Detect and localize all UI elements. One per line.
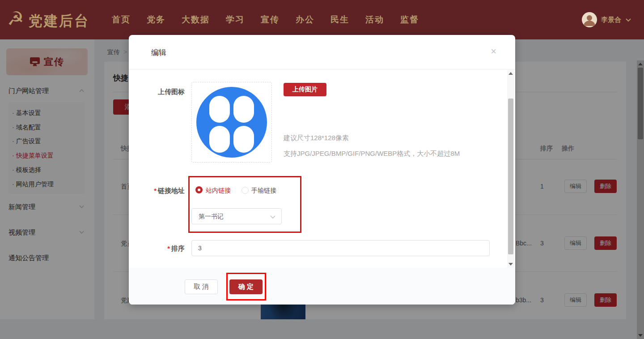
- topnav-item-big-data[interactable]: 大数据: [182, 14, 210, 26]
- cancel-button[interactable]: 取 消: [185, 279, 218, 294]
- required-mark: *: [154, 187, 157, 194]
- dialog-scrollbar-thumb[interactable]: [508, 99, 513, 254]
- upload-image-button[interactable]: 上传图片: [284, 83, 326, 96]
- scrollbar-down-icon[interactable]: [508, 263, 513, 266]
- confirm-button[interactable]: 确 定: [229, 279, 263, 294]
- icon-preview[interactable]: [191, 82, 272, 163]
- topnav-item-livelihood[interactable]: 民生: [330, 14, 349, 26]
- person-icon: [582, 12, 597, 27]
- topbar: ☭ 党建后台 首页 党务 大数据 学习 宣传 办公 民生 活动 监督 李景合: [0, 0, 644, 39]
- topnav-item-office[interactable]: 办公: [296, 14, 314, 26]
- dialog-header: 编辑 ×: [129, 35, 515, 69]
- upload-icon-label: 上传图标: [134, 88, 185, 96]
- user-menu[interactable]: 李景合: [582, 0, 631, 39]
- required-mark: *: [167, 245, 170, 252]
- radio-manual-link-label[interactable]: 手输链接: [251, 187, 276, 195]
- sort-label: *排序: [134, 245, 185, 253]
- clover-app-icon: [196, 86, 267, 158]
- scrollbar-up-icon[interactable]: [508, 72, 513, 75]
- user-name: 李景合: [601, 16, 621, 24]
- close-icon[interactable]: ×: [491, 47, 496, 56]
- topnav-item-publicity[interactable]: 宣传: [261, 14, 280, 26]
- party-emblem-icon: ☭: [7, 8, 24, 30]
- size-hint: 建议尺寸128*128像素: [284, 134, 349, 142]
- radio-manual-link[interactable]: [242, 187, 249, 194]
- top-navigation: 首页 党务 大数据 学习 宣传 办公 民生 活动 监督: [112, 0, 419, 39]
- topnav-item-home[interactable]: 首页: [112, 14, 131, 26]
- link-target-select[interactable]: 第一书记: [191, 208, 282, 224]
- label-text: 链接地址: [158, 187, 185, 194]
- topnav-item-supervision[interactable]: 监督: [400, 14, 419, 26]
- link-address-label: *链接地址: [134, 187, 185, 195]
- user-avatar: [582, 12, 597, 27]
- label-text: 排序: [171, 245, 185, 252]
- topnav-item-party-affairs[interactable]: 党务: [147, 14, 165, 26]
- edit-dialog: 编辑 × 上传图标 上传图片 建议尺寸128*128像素 支持JPG/JPEG/…: [129, 35, 515, 305]
- dialog-title: 编辑: [151, 47, 166, 58]
- radio-site-link-label[interactable]: 站内链接: [206, 187, 231, 195]
- select-value: 第一书记: [199, 213, 224, 221]
- format-hint: 支持JPG/JPEG/BMP/GIF/PNG/WEBP格式，大小不超过8M: [284, 150, 460, 158]
- sort-input[interactable]: [191, 240, 490, 256]
- topnav-item-study[interactable]: 学习: [226, 14, 245, 26]
- dialog-scrollbar[interactable]: [507, 70, 514, 268]
- dialog-footer: 取 消 确 定: [129, 268, 515, 305]
- chevron-down-icon: [625, 18, 631, 22]
- topnav-item-activity[interactable]: 活动: [365, 14, 384, 26]
- radio-site-link[interactable]: [195, 186, 203, 193]
- chevron-down-icon: [270, 215, 276, 219]
- app-title: 党建后台: [29, 12, 89, 30]
